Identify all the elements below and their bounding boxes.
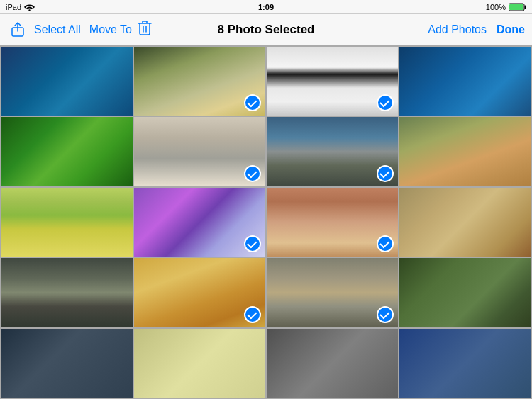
photo-cell-3[interactable] <box>267 47 398 116</box>
photo-cell-16[interactable] <box>399 258 531 327</box>
battery-pct: 100% <box>486 3 506 11</box>
check-badge-10 <box>244 235 261 252</box>
photo-cell-19[interactable] <box>267 329 398 398</box>
status-bar: iPad 1:09 100% <box>0 0 532 14</box>
photo-cell-1[interactable] <box>1 47 133 116</box>
status-right: 100% <box>486 3 526 11</box>
photo-cell-12[interactable] <box>399 188 531 257</box>
toolbar-left: Select All Move To <box>7 19 152 40</box>
photo-cell-17[interactable] <box>1 329 133 398</box>
share-button[interactable] <box>7 19 28 40</box>
check-badge-7 <box>377 165 394 182</box>
check-badge-14 <box>244 306 261 323</box>
photo-cell-7[interactable] <box>267 117 398 186</box>
photo-cell-18[interactable] <box>134 329 265 398</box>
wifi-icon <box>24 3 35 11</box>
status-left: iPad <box>6 3 35 11</box>
status-time: 1:09 <box>258 3 274 11</box>
check-badge-2 <box>244 94 261 111</box>
photo-cell-2[interactable] <box>134 47 265 116</box>
check-badge-6 <box>244 165 261 182</box>
svg-rect-3 <box>509 4 523 10</box>
carrier-label: iPad <box>6 3 21 11</box>
toolbar-title: 8 Photo Selected <box>218 23 315 37</box>
photo-cell-9[interactable] <box>1 188 133 257</box>
photo-cell-11[interactable] <box>267 188 398 257</box>
photo-cell-20[interactable] <box>399 329 531 398</box>
check-badge-11 <box>377 235 394 252</box>
photo-cell-5[interactable] <box>1 117 133 186</box>
photo-cell-6[interactable] <box>134 117 265 186</box>
svg-rect-2 <box>525 5 526 9</box>
photo-cell-10[interactable] <box>134 188 265 257</box>
check-badge-3 <box>377 94 394 111</box>
photo-cell-13[interactable] <box>1 258 133 327</box>
photo-cell-14[interactable] <box>134 258 265 327</box>
svg-point-0 <box>28 9 30 11</box>
battery-icon <box>509 3 526 11</box>
photo-cell-8[interactable] <box>399 117 531 186</box>
move-to-button[interactable]: Move To <box>87 23 135 36</box>
check-badge-15 <box>377 306 394 323</box>
photo-cell-4[interactable] <box>399 47 531 116</box>
photo-grid <box>0 45 532 399</box>
done-button[interactable]: Done <box>497 23 525 36</box>
add-photos-button[interactable]: Add Photos <box>425 23 489 36</box>
toolbar: Select All Move To 8 Photo Selected Add … <box>0 14 532 45</box>
trash-button[interactable] <box>138 20 152 39</box>
photo-cell-15[interactable] <box>267 258 398 327</box>
toolbar-right: Add Photos Done <box>425 23 525 36</box>
select-all-button[interactable]: Select All <box>31 23 84 36</box>
